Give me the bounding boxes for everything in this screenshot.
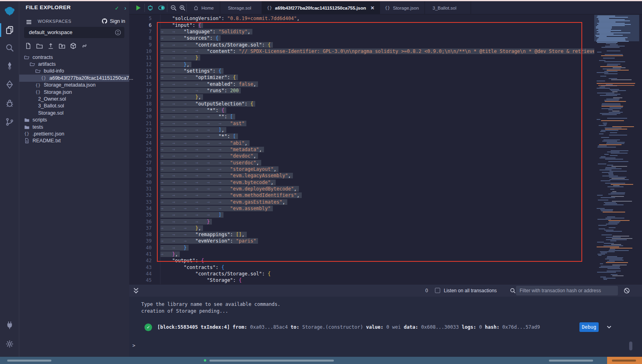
tree-item-label: contracts: [33, 55, 53, 60]
line-number: 35: [129, 212, 160, 218]
collapse-terminal-icon[interactable]: [132, 287, 140, 295]
tree-item-artifacts[interactable]: artifacts: [19, 61, 129, 67]
search-icon: [510, 287, 516, 294]
zoom-in-button[interactable]: [177, 1, 188, 14]
folder-icon: [24, 117, 30, 123]
line-number: 10: [129, 49, 160, 55]
hamburger-menu-icon[interactable]: [26, 19, 32, 27]
close-tab-icon[interactable]: ✕: [370, 5, 374, 11]
transaction-log-row[interactable]: ✓ [block:5583405 txIndex:4] from: 0xa03.…: [141, 322, 626, 334]
workspaces-label: WORKSPACES: [38, 19, 71, 24]
cube-icon[interactable]: [70, 42, 77, 49]
tree-item-2-owner-sol[interactable]: 2_Owner.sol: [19, 95, 129, 102]
line-number: 23: [129, 133, 160, 140]
terminal-scrollbar[interactable]: [629, 342, 632, 350]
terminal-prompt[interactable]: >: [132, 343, 135, 348]
debugger-icon[interactable]: [0, 95, 19, 111]
line-number: 37: [129, 225, 160, 232]
code-line-12: →→},: [160, 62, 594, 68]
deploy-and-run-icon[interactable]: [0, 77, 19, 93]
json-file-icon: {}: [267, 5, 272, 10]
tab-a69b43f277ba20fcac141151250ca755-json[interactable]: {}a69b43f277ba20fcac141151250ca755.json✕: [262, 1, 380, 14]
code-line-10: →→→→"content": "// SPDX-License-Identifi…: [160, 49, 594, 55]
code-line-31: →→→→→→"evm.deployedBytecode",: [160, 186, 594, 192]
line-number: 11: [129, 55, 160, 61]
tx-count-badge: 0: [425, 288, 428, 293]
git-icon[interactable]: [0, 114, 19, 130]
code-line-18: →→→"outputSelection": {: [160, 101, 594, 107]
workspace-select[interactable]: default_workspace: [24, 27, 124, 38]
home-icon: [193, 5, 199, 10]
line-number: 22: [129, 127, 160, 133]
debug-button[interactable]: Debug: [579, 322, 599, 332]
chevron-right-icon[interactable]: ›: [124, 5, 126, 11]
tree-item-3-ballot-sol[interactable]: 3_Ballot.sol: [19, 103, 129, 109]
tx-filter-input[interactable]: [516, 286, 618, 295]
code-line-24: →→→→→→"abi",: [160, 140, 594, 147]
terminal-message: creation of Storage pending...: [141, 308, 228, 314]
sign-in-button[interactable]: Sign in: [102, 18, 125, 24]
tree-item-readme-txt[interactable]: README.txt: [19, 138, 129, 144]
tab-storage-json[interactable]: {}Storage.json: [380, 1, 425, 14]
tab-home[interactable]: Home: [189, 1, 220, 14]
code-line-28: →→→→→→"storageLayout",: [160, 166, 594, 173]
search-icon[interactable]: [0, 40, 19, 56]
listen-all-label[interactable]: Listen on all transactions: [444, 288, 497, 293]
copilot-toggle[interactable]: [156, 1, 167, 14]
code-line-41: →},: [160, 251, 594, 258]
line-number: 9: [129, 42, 160, 49]
tree-item--prettierrc-json[interactable]: {}.prettierrc.json: [19, 130, 129, 137]
line-number: 29: [129, 173, 160, 179]
line-number: 30: [129, 180, 160, 186]
tree-item-label: Storage_metadata.json: [44, 82, 95, 88]
tree-item-a69b43f277ba20fcac141151250ca7-[interactable]: {}a69b43f277ba20fcac141151250ca7...: [19, 75, 129, 81]
tree-item-contracts[interactable]: contracts: [19, 54, 129, 61]
upload-file-icon[interactable]: [47, 42, 54, 49]
upload-folder-icon[interactable]: [59, 42, 65, 49]
tree-item-scripts[interactable]: scripts: [19, 117, 129, 123]
new-folder-icon[interactable]: [36, 42, 43, 49]
tab-bar: HomeStorage.sol{}a69b43f277ba20fcac14115…: [129, 1, 642, 14]
tab-3-ballot-sol[interactable]: 3_Ballot.sol: [425, 1, 471, 14]
tree-item-label: a69b43f277ba20fcac141151250ca7...: [49, 75, 133, 81]
tree-item-storage-sol[interactable]: Storage.sol: [19, 109, 129, 116]
code-line-33: →→→→→→"evm.gasEstimates",: [160, 199, 594, 206]
settings-icon[interactable]: [0, 336, 19, 352]
tree-item-tests[interactable]: tests: [19, 123, 129, 130]
remix-logo-icon[interactable]: [0, 4, 19, 20]
file-explorer-icon[interactable]: [0, 22, 19, 38]
solidity-compiler-icon[interactable]: [0, 58, 19, 74]
tree-item-storage-json[interactable]: {}Storage.json: [19, 89, 129, 95]
window-edge-strip: [0, 0, 642, 1]
editor-gutter: 4567891011121314151617181920212223242526…: [129, 14, 160, 284]
minimap[interactable]: [594, 14, 639, 285]
listen-all-checkbox[interactable]: [435, 288, 440, 293]
terminal: 0 Listen on all transactions Type the li…: [129, 285, 642, 357]
line-number: 36: [129, 219, 160, 225]
sol-icon: [30, 96, 36, 102]
code-line-7: →→"language": "Solidity",: [160, 29, 594, 35]
code-line-13: →→"settings": {: [160, 68, 594, 75]
line-number: 16: [129, 88, 160, 94]
code-line-19: →→→→"*": {: [160, 107, 594, 114]
terminal-output[interactable]: Type the library name to see available c…: [129, 297, 642, 357]
workspace-spinner-icon: [115, 29, 121, 36]
json-file-icon: {}: [35, 82, 41, 88]
tx-success-icon: ✓: [144, 324, 152, 331]
status-alert-badge[interactable]: [607, 357, 642, 364]
file-icon: [24, 138, 30, 144]
run-script-button[interactable]: [132, 1, 144, 14]
new-file-icon[interactable]: [25, 42, 32, 49]
code-line-11: →→→}: [160, 55, 594, 61]
tree-item-storage-metadata-json[interactable]: {}Storage_metadata.json: [19, 82, 129, 89]
plugin-manager-icon[interactable]: [0, 317, 19, 333]
expand-tx-icon[interactable]: [606, 324, 612, 330]
code-line-14: →→→"optimizer": {: [160, 75, 594, 81]
code-editor[interactable]: 4567891011121314151617181920212223242526…: [129, 14, 642, 285]
tab-storage-sol[interactable]: Storage.sol: [220, 1, 262, 14]
code-line-32: →→→→→→"evm.methodIdentifiers",: [160, 192, 594, 199]
link-icon[interactable]: [81, 42, 88, 49]
clear-console-icon[interactable]: [624, 287, 630, 294]
ai-assistant-icon[interactable]: [144, 1, 156, 14]
tree-item-build-info[interactable]: build-info: [19, 68, 129, 75]
